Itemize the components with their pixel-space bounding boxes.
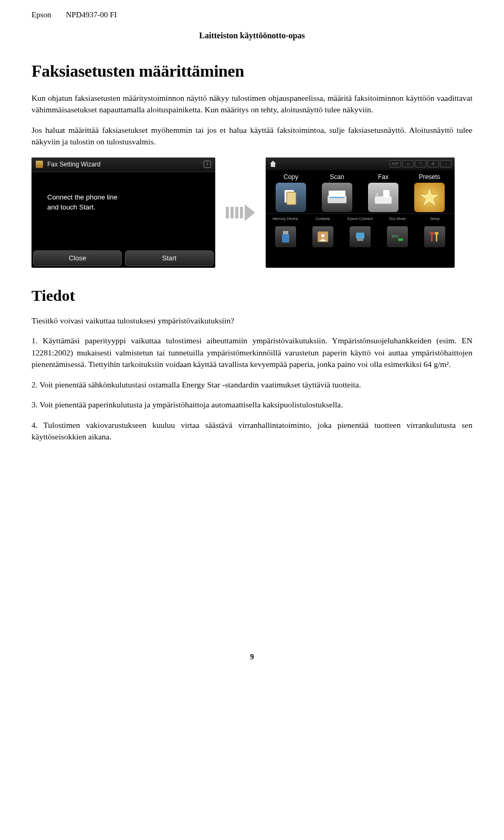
epson-connect-icon [350, 226, 371, 247]
eco-mode-icon: eco [387, 226, 408, 247]
section-heading-fax: Faksiasetusten määrittäminen [32, 61, 472, 81]
svg-text:eco: eco [392, 234, 398, 238]
page-number: 9 [32, 653, 472, 662]
home-icon[interactable] [269, 160, 277, 167]
sub-epson-connect[interactable]: Epson Connect [343, 217, 377, 247]
doc-ref: NPD4937-00 FI [66, 10, 117, 19]
setup-label: Setup [418, 217, 452, 225]
svg-point-10 [321, 234, 324, 237]
svg-rect-17 [430, 232, 434, 235]
sub-eco-mode[interactable]: Eco Mode eco [381, 217, 414, 247]
svg-rect-1 [287, 192, 296, 205]
fax-wizard-icon [36, 161, 43, 168]
svg-rect-6 [383, 190, 390, 197]
brand: Epson [32, 10, 51, 19]
eco-mode-label: Eco Mode [381, 217, 414, 225]
arrow-icon [226, 204, 255, 221]
wizard-title: Fax Setting Wizard [47, 161, 100, 168]
svg-rect-7 [283, 231, 288, 234]
fax-label: Fax [362, 173, 404, 181]
contacts-icon [312, 226, 333, 247]
svg-rect-18 [435, 232, 438, 235]
presets-star-icon [414, 183, 445, 212]
start-button[interactable]: Start [125, 250, 214, 266]
sub-contacts[interactable]: Contacts [306, 217, 340, 247]
menu-item-presets[interactable]: Presets [408, 173, 450, 212]
sub-menu-row: Memory Device Contacts Epson Connect Eco… [266, 213, 455, 249]
wizard-text-line1: Connect the phone line [47, 192, 204, 203]
paragraph-1: Kun ohjatun faksiasetusten määritystoimi… [32, 92, 472, 116]
wizard-body: Connect the phone line and touch Start. [32, 172, 215, 213]
menu-item-copy[interactable]: Copy [270, 173, 312, 212]
presets-label: Presets [408, 173, 450, 181]
status-help-icon: ? [415, 160, 426, 167]
menu-item-fax[interactable]: Fax [362, 173, 404, 212]
wizard-footer: Close Start [32, 249, 215, 268]
tiedot-item-3: 3. Voit pienentää paperinkulutusta ja ym… [32, 399, 472, 411]
paragraph-2: Jos haluat määrittää faksiasetukset myöh… [32, 124, 472, 148]
tiedot-question: Tiesitkö voivasi vaikuttaa tulostuksesi … [32, 315, 472, 327]
main-menu-row: Copy Scan Fax Presets [266, 170, 455, 213]
memory-device-icon [275, 226, 296, 247]
section-heading-tiedot: Tiedot [32, 287, 472, 304]
tiedot-item-2: 2. Voit pienentää sähkönkulutustasi osta… [32, 379, 472, 391]
screenshot-home: ADF ▭ ? ⊞ ⋮ Copy Scan Fax [266, 158, 455, 268]
status-adf-icon: ADF [390, 160, 401, 167]
memory-label: Memory Device [269, 217, 302, 225]
status-bar: ADF ▭ ? ⊞ ⋮ [390, 160, 452, 167]
contacts-label: Contacts [306, 217, 340, 225]
copy-icon [276, 183, 306, 212]
setup-icon [424, 226, 445, 247]
scan-label: Scan [316, 173, 358, 181]
status-wifi-icon: ⋮ [440, 160, 452, 167]
svg-rect-8 [282, 234, 289, 243]
status-document-icon: ▭ [402, 160, 414, 167]
document-title: Laitteiston käyttöönotto-opas [32, 31, 472, 40]
wizard-header: Fax Setting Wizard i [32, 158, 215, 172]
sub-memory-device[interactable]: Memory Device [269, 217, 302, 247]
wizard-text-line2: and touch Start. [47, 202, 204, 213]
header-row: Epson NPD4937-00 FI [32, 10, 472, 19]
sub-setup[interactable]: Setup [418, 217, 452, 247]
svg-rect-11 [356, 233, 364, 239]
svg-rect-12 [357, 239, 363, 241]
close-button[interactable]: Close [33, 250, 122, 266]
screenshot-fax-wizard: Fax Setting Wizard i Connect the phone l… [32, 158, 215, 268]
svg-rect-4 [330, 197, 344, 198]
status-network-icon: ⊞ [427, 160, 439, 167]
tiedot-item-4: 4. Tulostimen vakiovarustukseen kuuluu v… [32, 419, 472, 443]
epson-connect-label: Epson Connect [343, 217, 377, 225]
fax-icon [368, 183, 398, 212]
svg-rect-14 [398, 238, 403, 241]
copy-label: Copy [270, 173, 312, 181]
svg-rect-5 [375, 196, 392, 204]
scan-icon [322, 183, 352, 212]
svg-rect-3 [329, 191, 345, 197]
menu-item-scan[interactable]: Scan [316, 173, 358, 212]
screenshot-row: Fax Setting Wizard i Connect the phone l… [32, 158, 472, 268]
info-icon[interactable]: i [204, 161, 211, 168]
home-header: ADF ▭ ? ⊞ ⋮ [266, 158, 455, 170]
tiedot-item-1: 1. Käyttämäsi paperityyppi vaikuttaa tul… [32, 335, 472, 370]
